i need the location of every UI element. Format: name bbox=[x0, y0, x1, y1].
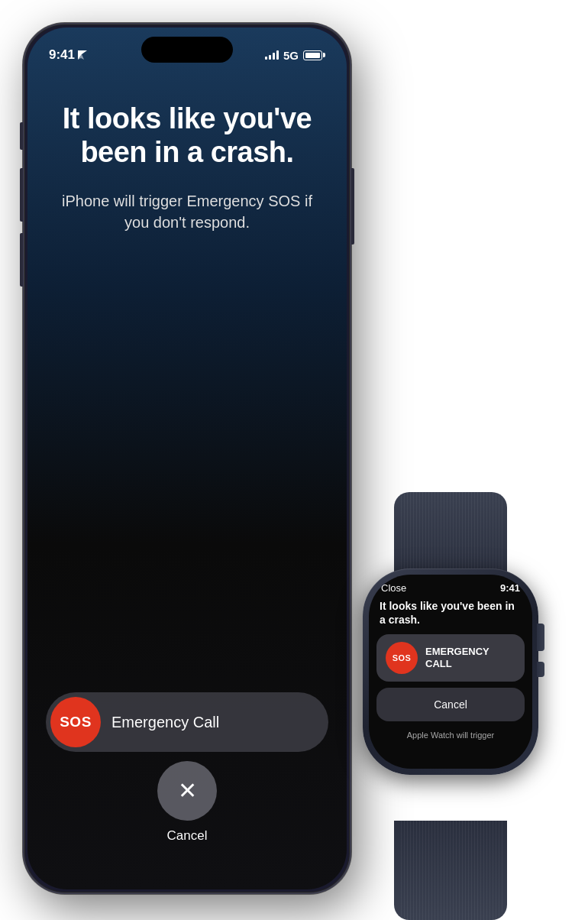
watch-status-bar: Close 9:41 bbox=[369, 575, 532, 597]
iphone-time: 9:41 bbox=[49, 47, 87, 63]
watch-screen: Close 9:41 It looks like you've been in … bbox=[369, 575, 532, 769]
watch-band-bottom bbox=[394, 821, 507, 920]
watch-digital-crown[interactable] bbox=[537, 624, 544, 651]
apple-watch-device: Close 9:41 It looks like you've been in … bbox=[328, 492, 573, 920]
crash-title: It looks like you've been in a crash. bbox=[49, 102, 325, 169]
watch-time: 9:41 bbox=[500, 582, 520, 594]
watch-crash-title: It looks like you've been in a crash. bbox=[369, 597, 532, 634]
volume-down-button[interactable] bbox=[20, 233, 23, 287]
watch-footer: Apple Watch will trigger bbox=[369, 727, 532, 743]
watch-sos-label: EMERGENCYCALL bbox=[425, 646, 489, 669]
iphone-frame: 9:41 5G bbox=[23, 23, 351, 894]
watch-cancel-button[interactable]: Cancel bbox=[376, 688, 525, 721]
watch-sos-circle: SOS bbox=[386, 642, 418, 674]
crash-subtitle: iPhone will trigger Emergency SOS if you… bbox=[49, 190, 325, 233]
watch-sos-button[interactable]: SOS EMERGENCYCALL bbox=[376, 634, 525, 682]
watch-cancel-label: Cancel bbox=[434, 698, 467, 711]
watch-close-button[interactable]: Close bbox=[381, 582, 406, 594]
volume-up-button[interactable] bbox=[20, 168, 23, 222]
iphone-status-right: 5G bbox=[265, 49, 325, 62]
iphone-main-content: It looks like you've been in a crash. iP… bbox=[27, 72, 347, 233]
watch-side-button[interactable] bbox=[537, 662, 544, 677]
dynamic-island bbox=[141, 37, 233, 63]
iphone-device: 9:41 5G bbox=[23, 23, 351, 894]
cancel-x-icon: ✕ bbox=[178, 779, 197, 802]
signal-bars-icon bbox=[265, 50, 279, 60]
sos-slider[interactable]: SOS Emergency Call bbox=[46, 692, 328, 752]
power-button[interactable] bbox=[351, 168, 354, 245]
cancel-button[interactable]: ✕ bbox=[157, 761, 217, 821]
sos-circle: SOS bbox=[50, 697, 101, 747]
location-arrow-icon bbox=[78, 50, 87, 60]
iphone-screen: 9:41 5G bbox=[27, 28, 347, 889]
sos-slider-area[interactable]: SOS Emergency Call bbox=[46, 692, 328, 752]
sos-slider-label: Emergency Call bbox=[111, 714, 219, 731]
watch-case: Close 9:41 It looks like you've been in … bbox=[363, 569, 538, 775]
cancel-area[interactable]: ✕ Cancel bbox=[157, 761, 217, 844]
silent-switch-button[interactable] bbox=[20, 122, 23, 150]
watch-sos-badge-text: SOS bbox=[393, 653, 412, 662]
sos-badge-text: SOS bbox=[60, 714, 92, 730]
battery-icon bbox=[303, 50, 325, 60]
network-label: 5G bbox=[283, 49, 299, 62]
cancel-label: Cancel bbox=[167, 828, 208, 844]
